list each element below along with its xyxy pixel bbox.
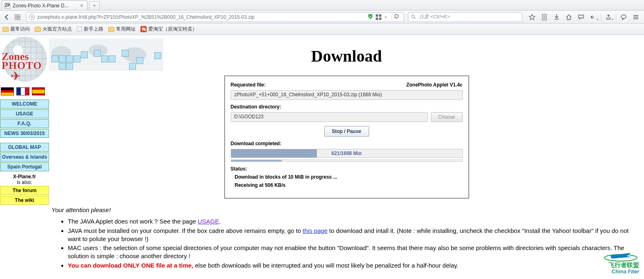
status-line-2: Receiving at 506 KB/s [235,182,463,188]
page-title: Download [49,46,644,66]
attention-item-1: The JAVA Applet does not work ? See the … [68,217,640,226]
svg-rect-3 [18,18,20,20]
flag-germany[interactable] [1,87,14,95]
plane-icon: ✈ [11,69,21,83]
tab-title: Zones-Photo X-Plane D... [13,3,79,9]
bookmark-most-visited[interactable]: 最常访问 [2,26,30,33]
attention-item-4: You can download ONLY ONE file at a time… [68,261,640,270]
folder-icon [108,27,114,32]
tiles-button[interactable] [13,13,22,22]
requested-file-label: Requested file: [231,82,266,88]
attention-item-3: MAC users : the selection of some specia… [68,244,640,261]
svg-line-5 [414,18,415,19]
tab-favicon: ZP [4,3,10,9]
download-applet: Requested file: ZonePhoto Applet V1.4c z… [224,75,469,199]
also-title: X-Plane.fr [13,174,36,179]
flag-france[interactable] [16,87,29,95]
bookmark-getting-started[interactable]: 新手上路 [77,26,103,33]
downloads-icon[interactable] [551,12,562,22]
nav-faq[interactable]: F.A.Q. [0,119,49,128]
link-usage[interactable]: USAGE [198,218,219,225]
nav-wiki[interactable]: The wiki [0,196,49,205]
page-icon [77,27,82,32]
site-identity-icon[interactable]: ⊕ [29,14,35,20]
sidebar: ZonesPHOTO ✈ WELCOME USAGE F.A.Q. NEWS 3… [0,35,49,270]
browser-tab[interactable]: ZP Zones-Photo X-Plane D... × [2,0,87,10]
flag-spain[interactable] [32,87,45,95]
destination-label: Destination directory: [231,104,463,110]
reload-button[interactable] [392,13,401,20]
share-icon[interactable]: ▾ [603,12,614,22]
completed-label: Download completed: [231,141,463,146]
toolbar-icons: ▾ ▾ [524,12,642,22]
tab-strip: ZP Zones-Photo X-Plane D... × + [0,0,644,11]
nav-global-map[interactable]: GLOBAL MAP [0,143,49,152]
url-text: zonephoto.x-plane.fr/dl.php?f=ZP10/zPhot… [37,14,365,20]
search-placeholder: 百度 <Ctrl+K> [419,13,450,20]
attention-item-2: JAVA must be installed on your computer.… [68,227,640,244]
bookmark-star-icon[interactable] [526,12,538,22]
attention-heading: Your attention please! [51,206,640,214]
requested-file-field: zPhotoXP_+51+000_16_Chelmsford_XP10_2015… [231,90,463,100]
back-button[interactable] [2,13,11,22]
url-dropdown-icon[interactable]: ▾ [384,15,388,19]
progress-bar: 621/1668 Mio [231,149,463,158]
svg-rect-1 [18,15,20,17]
shield-icon[interactable] [368,13,373,20]
destination-field[interactable]: D:\GOOD123 [231,112,428,122]
svg-point-4 [412,15,414,18]
nav-usage[interactable]: USAGE [0,109,49,118]
folder-icon [2,27,9,32]
comment-icon[interactable] [618,12,629,22]
bookmark-bar: 最常访问 火狐官方站点 新手上路 常用网址 淘爱淘宝（原淘宝特卖） [0,24,644,35]
attention-block: Your attention please! The JAVA Applet d… [49,199,644,270]
search-box[interactable]: 百度 <Ctrl+K> [408,12,522,22]
nav-bar: ⊕ zonephoto.x-plane.fr/dl.php?f=ZP10/zPh… [0,11,644,24]
search-icon [411,14,417,20]
taobao-icon: 淘 [140,26,147,32]
progress-text: 621/1668 Mio [231,149,462,157]
main-content: Download Requested file: ZonePhoto Apple… [49,35,644,270]
nav-overseas[interactable]: Overseas & Islands [0,153,49,162]
block-progress-fill [231,160,282,162]
svg-rect-0 [15,15,17,17]
site-logo[interactable]: ZonesPHOTO ✈ [0,37,49,86]
svg-point-11 [621,15,626,18]
status-line-1: Download in blocks of 10 MiB in progress… [235,174,463,180]
reader-icon[interactable] [539,12,550,22]
qr-icon[interactable] [376,14,381,20]
also-subtitle: is also: [17,179,32,185]
menu-icon[interactable] [630,12,642,22]
svg-rect-2 [15,18,17,20]
bookmark-firefox-official[interactable]: 火狐官方站点 [35,26,72,33]
tab-close-icon[interactable]: × [79,3,85,9]
undo-icon[interactable]: ▾ [588,12,599,22]
bookmark-taobao[interactable]: 淘爱淘宝（原淘宝特卖） [140,26,197,33]
link-java-page[interactable]: this page [303,227,328,234]
nav-spain-portugal[interactable]: Spain Portugal [0,162,49,171]
home-icon[interactable] [563,12,575,22]
url-bar[interactable]: ⊕ zonephoto.x-plane.fr/dl.php?f=ZP10/zPh… [26,12,404,22]
block-progress-bar [231,159,463,162]
applet-version: ZonePhoto Applet V1.4c [406,82,463,88]
folder-icon [35,27,41,32]
nav-news[interactable]: NEWS 30/03/2015 [0,129,49,138]
nav-forum[interactable]: The forum [0,186,49,195]
status-label: Status: [231,166,463,172]
bookmark-common-sites[interactable]: 常用网址 [108,26,136,33]
new-tab-button[interactable]: + [89,1,100,10]
stop-pause-button[interactable]: Stop / Pause [324,126,369,137]
chat-icon[interactable] [575,12,587,22]
nav-welcome[interactable]: WELCOME [0,100,49,108]
choose-button[interactable]: Choose [431,112,463,122]
